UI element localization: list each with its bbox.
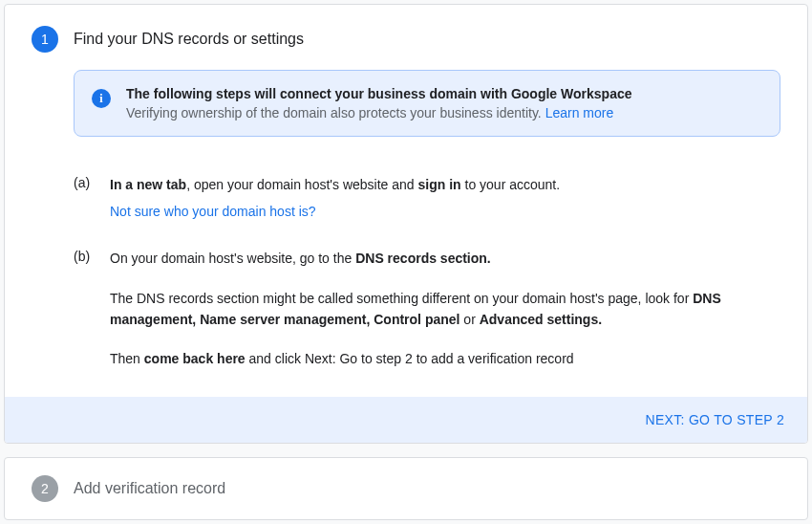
- substep-b-content: On your domain host's website, go to the…: [110, 249, 780, 370]
- substep-b-line1-bold: DNS records section.: [355, 251, 491, 266]
- substep-b-label: (b): [74, 249, 93, 370]
- learn-more-link[interactable]: Learn more: [545, 105, 614, 120]
- substep-a-bold1: In a new tab: [110, 177, 186, 192]
- step1-title: Find your DNS records or settings: [74, 31, 304, 48]
- step2-card[interactable]: 2 Add verification record: [4, 457, 808, 520]
- substep-b-line2-text1: The DNS records section might be called …: [110, 291, 693, 306]
- substep-b-line2-text2: or: [459, 312, 479, 327]
- info-text-span: Verifying ownership of the domain also p…: [126, 105, 545, 120]
- substep-b-line3-text2: and click Next: Go to step 2 to add a ve…: [246, 351, 574, 366]
- substep-b-line3-bold: come back here: [144, 351, 246, 366]
- substep-b-line3-text1: Then: [110, 351, 144, 366]
- substep-a: (a) In a new tab, open your domain host'…: [74, 175, 780, 222]
- substep-a-text2: to your account.: [461, 177, 561, 192]
- substep-b-line2-bold2: Advanced settings.: [480, 312, 602, 327]
- step1-body: i The following steps will connect your …: [5, 70, 807, 370]
- step1-header: 1 Find your DNS records or settings: [5, 5, 807, 70]
- substep-a-label: (a): [74, 175, 93, 222]
- step2-number-badge: 2: [32, 475, 58, 502]
- info-content: The following steps will connect your bu…: [126, 86, 631, 120]
- substep-b-line1-text: On your domain host's website, go to the: [110, 251, 355, 266]
- step2-header: 2 Add verification record: [5, 458, 807, 519]
- info-title: The following steps will connect your bu…: [126, 86, 631, 101]
- substep-a-text1: , open your domain host's website and: [186, 177, 417, 192]
- substep-b: (b) On your domain host's website, go to…: [74, 249, 780, 370]
- domain-host-help-link[interactable]: Not sure who your domain host is?: [110, 202, 316, 223]
- next-step-button[interactable]: NEXT: GO TO STEP 2: [646, 412, 784, 427]
- info-box: i The following steps will connect your …: [74, 70, 780, 137]
- info-icon: i: [92, 89, 111, 108]
- info-subtext: Verifying ownership of the domain also p…: [126, 105, 631, 120]
- substep-a-bold2: sign in: [418, 177, 461, 192]
- step1-number-badge: 1: [32, 26, 58, 53]
- step1-footer: NEXT: GO TO STEP 2: [5, 397, 807, 443]
- step1-card: 1 Find your DNS records or settings i Th…: [4, 4, 808, 444]
- substep-a-content: In a new tab, open your domain host's we…: [110, 175, 560, 222]
- step2-title: Add verification record: [74, 480, 225, 497]
